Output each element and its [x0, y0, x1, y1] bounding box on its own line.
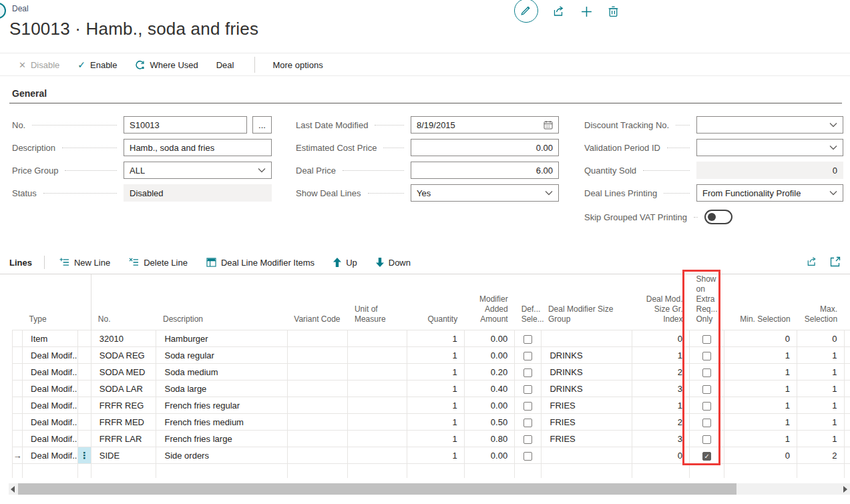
cell-empty[interactable]: [156, 464, 287, 479]
cell-type[interactable]: Deal Modif...: [23, 431, 78, 447]
cell-menu[interactable]: [77, 381, 91, 397]
cell-description[interactable]: Soda medium: [156, 364, 287, 381]
cell-multi_selection[interactable]: [844, 330, 850, 347]
cell-quantity[interactable]: 1: [407, 330, 465, 347]
cell-unit_of_measure[interactable]: [348, 414, 407, 431]
show_on_extra_req_only-checkbox[interactable]: [702, 368, 711, 377]
popout-icon[interactable]: [830, 256, 841, 267]
cell-menu[interactable]: [77, 364, 91, 381]
cell-empty[interactable]: [91, 464, 156, 479]
column-header-deal_modifier_size_group[interactable]: Deal Modifier Size Group: [542, 274, 632, 330]
cell-multi_selection[interactable]: ✓: [844, 447, 850, 464]
cell-type[interactable]: Item: [23, 330, 78, 347]
cell-quantity[interactable]: 1: [407, 414, 465, 431]
cell-description[interactable]: Hamburger: [156, 330, 287, 347]
no-input[interactable]: [124, 116, 247, 134]
default_selected-checkbox[interactable]: [523, 385, 532, 394]
assist-button[interactable]: ...: [252, 116, 272, 134]
column-header-unit_of_measure[interactable]: Unit of Measure: [348, 274, 407, 330]
last-date-modified-input[interactable]: 8/19/2015: [411, 116, 559, 134]
cell-show_on_extra_req_only[interactable]: [689, 330, 724, 347]
share-icon[interactable]: [553, 5, 566, 17]
move-down-button[interactable]: Down: [376, 258, 411, 268]
cell-max_selection[interactable]: 1: [797, 414, 844, 431]
cell-deal_modifier_size_group[interactable]: FRIES: [542, 397, 632, 414]
cell-variant_code[interactable]: [287, 447, 348, 464]
cell-min_selection[interactable]: 1: [724, 414, 797, 431]
general-section-heading[interactable]: General: [12, 88, 47, 99]
cell-min_selection[interactable]: 1: [724, 431, 797, 447]
cell-no[interactable]: 32010: [91, 330, 156, 347]
column-header-show_on_extra_req_only[interactable]: Show on Extra Req... Only: [689, 274, 724, 330]
default_selected-checkbox[interactable]: [523, 452, 532, 461]
cell-multi_selection[interactable]: [844, 381, 850, 397]
cell-quantity[interactable]: 1: [407, 381, 465, 397]
new-icon[interactable]: [580, 5, 593, 18]
column-header-min_selection[interactable]: Min. Selection: [724, 274, 797, 330]
cell-min_selection[interactable]: 0: [724, 330, 797, 347]
cell-deal_mod_size_gr_index[interactable]: 1: [632, 347, 690, 364]
deal-line-modifier-items-button[interactable]: Deal Line Modifier Items: [206, 258, 314, 268]
cell-deal_modifier_size_group[interactable]: [542, 330, 632, 347]
discount-tracking-no-select[interactable]: [696, 116, 843, 134]
cell-show_on_extra_req_only[interactable]: [689, 397, 724, 414]
cell-empty[interactable]: [407, 464, 465, 479]
cell-default_selected[interactable]: [515, 364, 542, 381]
cell-sel[interactable]: →: [13, 447, 23, 464]
cell-default_selected[interactable]: [515, 447, 542, 464]
cell-deal_modifier_size_group[interactable]: [542, 447, 632, 464]
cell-unit_of_measure[interactable]: [348, 381, 407, 397]
cell-no[interactable]: FRFR REG: [91, 397, 156, 414]
default_selected-checkbox[interactable]: [523, 335, 532, 344]
cell-description[interactable]: Soda regular: [156, 347, 287, 364]
cell-quantity[interactable]: 1: [407, 397, 465, 414]
cell-empty[interactable]: [13, 464, 23, 479]
default_selected-checkbox[interactable]: [523, 368, 532, 377]
cell-deal_mod_size_gr_index[interactable]: 1: [632, 397, 690, 414]
cell-menu[interactable]: [77, 330, 91, 347]
cell-show_on_extra_req_only[interactable]: [689, 364, 724, 381]
cell-empty[interactable]: [287, 464, 348, 479]
column-header-deal_mod_size_gr_index[interactable]: Deal Mod. Size Gr. Index: [632, 274, 690, 330]
cell-type[interactable]: Deal Modif...: [23, 414, 78, 431]
show_on_extra_req_only-checkbox[interactable]: [702, 385, 711, 394]
cell-deal_mod_size_gr_index[interactable]: 3: [632, 381, 690, 397]
cell-multi_selection[interactable]: [844, 347, 850, 364]
column-header-no[interactable]: No.: [91, 274, 156, 330]
cell-variant_code[interactable]: [287, 414, 348, 431]
lines-heading[interactable]: Lines: [9, 258, 32, 268]
cell-sel[interactable]: [13, 381, 23, 397]
cell-max_selection[interactable]: 0: [797, 330, 844, 347]
cell-deal_mod_size_gr_index[interactable]: 0: [632, 330, 690, 347]
cell-modifier_added_amount[interactable]: 0.00: [464, 447, 515, 464]
cell-show_on_extra_req_only[interactable]: [689, 347, 724, 364]
cell-no[interactable]: SODA MED: [91, 364, 156, 381]
show_on_extra_req_only-checkbox[interactable]: [702, 435, 711, 444]
cell-default_selected[interactable]: [515, 330, 542, 347]
cell-default_selected[interactable]: [515, 381, 542, 397]
scroll-right-icon[interactable]: [843, 486, 847, 493]
cell-type[interactable]: Deal Modif...: [23, 447, 78, 464]
enable-button[interactable]: ✓ Enable: [77, 59, 117, 70]
cell-quantity[interactable]: 1: [407, 347, 465, 364]
breadcrumb[interactable]: Deal: [12, 4, 29, 13]
delete-line-button[interactable]: Delete Line: [129, 258, 188, 268]
cell-modifier_added_amount[interactable]: 0.00: [464, 330, 515, 347]
cell-empty[interactable]: [77, 464, 91, 479]
cell-show_on_extra_req_only[interactable]: [689, 381, 724, 397]
cell-modifier_added_amount[interactable]: 0.80: [464, 431, 515, 447]
deal-price-input[interactable]: [411, 162, 559, 179]
cell-max_selection[interactable]: 2: [797, 447, 844, 464]
cell-min_selection[interactable]: 1: [724, 347, 797, 364]
cell-deal_mod_size_gr_index[interactable]: 3: [632, 431, 690, 447]
cell-default_selected[interactable]: [515, 397, 542, 414]
cell-menu[interactable]: [77, 414, 91, 431]
cell-max_selection[interactable]: 1: [797, 431, 844, 447]
cell-modifier_added_amount[interactable]: 0.50: [464, 414, 515, 431]
show_on_extra_req_only-checkbox[interactable]: [702, 419, 711, 427]
cell-modifier_added_amount[interactable]: 0.40: [464, 381, 515, 397]
cell-type[interactable]: Deal Modif...: [23, 397, 78, 414]
cell-no[interactable]: FRFR LAR: [91, 431, 156, 447]
default_selected-checkbox[interactable]: [523, 435, 532, 444]
cell-min_selection[interactable]: 1: [724, 397, 797, 414]
